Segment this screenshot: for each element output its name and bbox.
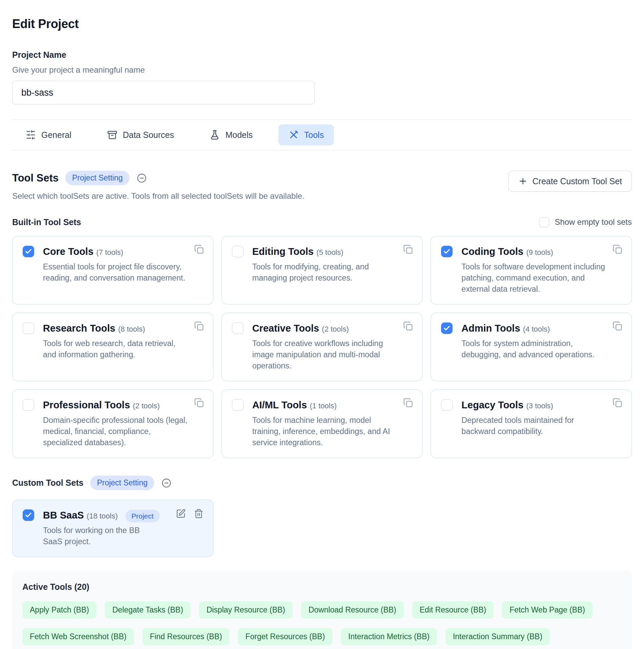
copy-toolset-button[interactable] (194, 321, 204, 332)
custom-toolset-card[interactable]: BB SaaS (18 tools) Project Tools for wor… (12, 500, 213, 557)
toolset-checkbox[interactable] (232, 246, 244, 257)
toolset-description: Tools for software development including… (461, 261, 621, 295)
toolset-card[interactable]: Creative Tools (2 tools) Tools for creat… (222, 313, 423, 381)
tab-general[interactable]: General (16, 124, 82, 145)
edit-toolset-button[interactable] (176, 509, 186, 520)
toolset-name: Editing Tools (252, 246, 314, 257)
tab-data-sources[interactable]: Data Sources (97, 124, 184, 145)
toolset-card[interactable]: Admin Tools (4 tools) Tools for system a… (431, 313, 632, 381)
edit-project-page: Edit Project Project Name Give your proj… (0, 0, 644, 649)
show-empty-label: Show empty tool sets (555, 217, 632, 227)
active-tools-heading: Active Tools (20) (22, 582, 622, 592)
copy-toolset-button[interactable] (194, 244, 204, 256)
toolset-name: Creative Tools (252, 323, 319, 334)
tab-label: Data Sources (123, 130, 174, 140)
active-tool-pill: Forget Resources (BB) (238, 628, 332, 645)
archive-icon (107, 130, 117, 140)
toolset-checkbox[interactable] (441, 322, 453, 334)
toolset-checkbox[interactable] (232, 399, 244, 411)
tab-label: General (41, 130, 71, 140)
copy-toolset-button[interactable] (613, 398, 623, 409)
copy-icon (613, 321, 623, 331)
toolset-count: (3 tools) (526, 402, 553, 410)
trash-icon (194, 509, 204, 519)
active-tool-pill: Edit Resource (BB) (412, 601, 494, 619)
copy-toolset-button[interactable] (194, 398, 204, 409)
minus-circle-icon (161, 478, 172, 488)
project-setting-badge: Project Setting (90, 476, 155, 490)
toolset-count: (9 tools) (526, 248, 553, 257)
toolset-count: (1 tools) (310, 402, 337, 410)
toolset-card[interactable]: Coding Tools (9 tools) Tools for softwar… (431, 236, 632, 305)
create-custom-tool-set-button[interactable]: Create Custom Tool Set (508, 171, 632, 192)
copy-toolset-button[interactable] (403, 321, 413, 332)
active-tool-pill: Download Resource (BB) (301, 601, 404, 619)
plus-icon (518, 176, 528, 186)
copy-icon (194, 244, 204, 255)
copy-icon (613, 244, 623, 255)
toolset-name: Core Tools (43, 246, 93, 257)
project-name-helper: Give your project a meaningful name (12, 65, 632, 75)
tab-label: Models (225, 130, 253, 140)
show-empty-checkbox[interactable] (539, 217, 549, 227)
toolset-checkbox[interactable] (441, 246, 453, 257)
copy-toolset-button[interactable] (613, 244, 623, 256)
toolset-card[interactable]: Legacy Tools (3 tools) Deprecated tools … (431, 389, 632, 458)
copy-toolset-button[interactable] (613, 321, 623, 332)
toolset-card[interactable]: Core Tools (7 tools) Essential tools for… (12, 236, 213, 305)
toolset-name: BB SaaS (43, 510, 84, 521)
project-badge: Project (125, 510, 160, 522)
builtin-toolsets-heading: Built-in Tool Sets (12, 217, 81, 227)
collapse-custom-section-button[interactable] (161, 478, 172, 488)
active-tools-list: Apply Patch (BB)Delegate Tasks (BB)Displ… (22, 601, 622, 649)
check-icon (443, 324, 451, 332)
toolset-description: Deprecated tools maintained for backward… (461, 415, 621, 437)
copy-icon (403, 398, 413, 408)
toolset-card[interactable]: AI/ML Tools (1 tools) Tools for machine … (222, 389, 423, 458)
toolset-card[interactable]: Professional Tools (2 tools) Domain-spec… (12, 389, 213, 458)
tab-tools[interactable]: Tools (278, 124, 334, 145)
show-empty-toolsets-toggle[interactable]: Show empty tool sets (539, 217, 632, 227)
toolset-name: Admin Tools (461, 323, 520, 334)
collapse-section-button[interactable] (136, 173, 147, 184)
project-name-input[interactable] (12, 81, 315, 104)
copy-toolset-button[interactable] (403, 398, 413, 409)
toolset-description: Tools for system administration, debuggi… (461, 338, 621, 360)
copy-icon (194, 321, 204, 331)
toolset-name: Research Tools (43, 323, 115, 334)
copy-icon (613, 398, 623, 408)
copy-icon (403, 321, 413, 331)
toolset-description: Tools for working on the BB SaaS project… (43, 525, 175, 547)
toolset-checkbox[interactable] (23, 322, 34, 334)
page-title: Edit Project (12, 0, 632, 31)
toolset-description: Domain-specific professional tools (lega… (43, 415, 203, 448)
active-tool-pill: Interaction Summary (BB) (445, 628, 550, 645)
custom-toolsets-heading: Custom Tool Sets (12, 478, 84, 488)
flask-icon (210, 130, 220, 140)
delete-toolset-button[interactable] (194, 509, 204, 520)
tab-models[interactable]: Models (200, 124, 263, 145)
tabs: General Data Sources Models Tools (12, 119, 632, 150)
copy-toolset-button[interactable] (403, 244, 413, 256)
active-tool-pill: Apply Patch (BB) (22, 601, 96, 619)
edit-icon (176, 509, 186, 519)
toolset-card[interactable]: Editing Tools (5 tools) Tools for modify… (222, 236, 423, 305)
toolset-count: (2 tools) (133, 402, 160, 410)
toolset-checkbox[interactable] (23, 399, 34, 411)
toolset-checkbox[interactable] (441, 399, 453, 411)
toolset-name: Coding Tools (461, 246, 523, 257)
builtin-grid: Core Tools (7 tools) Essential tools for… (12, 236, 632, 458)
toolset-card[interactable]: Research Tools (8 tools) Tools for web r… (12, 313, 213, 381)
toolset-checkbox[interactable] (232, 322, 244, 334)
copy-icon (194, 398, 204, 408)
sliders-icon (26, 130, 36, 140)
toolset-name: Legacy Tools (461, 400, 523, 410)
active-tools-panel: Active Tools (20) Apply Patch (BB)Delega… (12, 571, 632, 649)
toolset-checkbox[interactable] (23, 246, 34, 257)
custom-grid: BB SaaS (18 tools) Project Tools for wor… (12, 500, 632, 557)
toolsets-section-header: Tool Sets Project Setting Select which t… (12, 171, 632, 201)
toolset-checkbox[interactable] (23, 509, 34, 521)
toolset-description: Tools for web research, data retrieval, … (43, 338, 203, 360)
toolset-name: AI/ML Tools (252, 400, 307, 410)
toolsets-heading: Tool Sets (12, 172, 59, 184)
